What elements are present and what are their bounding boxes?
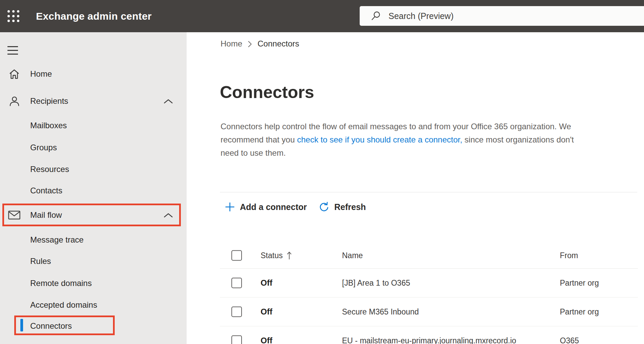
sidebar-item-label: Accepted domains bbox=[30, 300, 97, 310]
main-content: Home Connectors Connectors Connectors he… bbox=[187, 32, 644, 344]
person-icon bbox=[8, 96, 20, 107]
home-icon bbox=[8, 69, 20, 80]
cell-from: Partner org bbox=[560, 279, 599, 288]
sidebar-nav: Home Recipients Mailboxes Groups Reso bbox=[0, 32, 187, 344]
sidebar-item-resources[interactable]: Resources bbox=[0, 158, 187, 180]
refresh-icon bbox=[318, 201, 329, 213]
sidebar-item-label: Mailboxes bbox=[30, 121, 67, 130]
cell-status: Off bbox=[261, 336, 272, 344]
table-row[interactable]: Off [JB] Area 1 to O365 Partner org bbox=[220, 269, 638, 298]
row-checkbox[interactable] bbox=[231, 307, 242, 317]
breadcrumb-home-link[interactable]: Home bbox=[221, 39, 242, 49]
envelope-icon bbox=[8, 210, 20, 220]
refresh-button[interactable]: Refresh bbox=[318, 201, 366, 213]
description-text: need to use them. bbox=[221, 148, 286, 157]
cell-name: Secure M365 Inbound bbox=[342, 307, 419, 317]
column-header-name[interactable]: Name bbox=[342, 251, 363, 260]
sidebar-item-label: Remote domains bbox=[30, 279, 92, 288]
sidebar-item-rules[interactable]: Rules bbox=[0, 250, 187, 272]
table-header-row: Status Name From bbox=[220, 243, 638, 269]
search-box[interactable] bbox=[360, 6, 644, 26]
sidebar-item-contacts[interactable]: Contacts bbox=[0, 180, 187, 202]
breadcrumb: Home Connectors bbox=[221, 39, 299, 49]
exchange-admin-center-window: Exchange admin center Home bbox=[0, 0, 644, 344]
table-row[interactable]: Off Secure M365 Inbound Partner org bbox=[220, 298, 638, 326]
sidebar-item-label: Recipients bbox=[30, 96, 68, 106]
sidebar-item-label: Connectors bbox=[30, 321, 72, 331]
plus-icon bbox=[225, 201, 235, 213]
top-app-bar: Exchange admin center bbox=[0, 0, 644, 32]
description-text: since most organizations don't bbox=[462, 135, 574, 144]
add-connector-button[interactable]: Add a connector bbox=[225, 201, 307, 213]
column-header-from[interactable]: From bbox=[560, 251, 578, 260]
cell-name: [JB] Area 1 to O365 bbox=[342, 279, 410, 288]
cell-name: EU - mailstream-eu-primary.journaling.mx… bbox=[342, 336, 516, 344]
search-icon bbox=[371, 11, 381, 21]
cell-from: O365 bbox=[560, 336, 579, 344]
sidebar-item-mail-flow[interactable]: Mail flow bbox=[0, 204, 187, 226]
sidebar-item-mailboxes[interactable]: Mailboxes bbox=[0, 115, 187, 136]
toolbar: Add a connector Refresh bbox=[225, 199, 366, 215]
app-launcher-icon bbox=[7, 10, 22, 22]
breadcrumb-current: Connectors bbox=[258, 39, 299, 49]
sidebar-item-recipients[interactable]: Recipients bbox=[0, 90, 187, 112]
row-checkbox[interactable] bbox=[231, 278, 242, 288]
search-input[interactable] bbox=[389, 11, 644, 21]
sidebar-item-label: Groups bbox=[30, 143, 57, 152]
cell-from: Partner org bbox=[560, 307, 599, 317]
refresh-label: Refresh bbox=[334, 202, 366, 212]
page-description: Connectors help control the flow of emai… bbox=[221, 120, 644, 159]
sidebar-item-connectors[interactable]: Connectors bbox=[0, 315, 187, 337]
sidebar-item-accepted-domains[interactable]: Accepted domains bbox=[0, 294, 187, 316]
hamburger-icon bbox=[7, 50, 18, 51]
sidebar-item-groups[interactable]: Groups bbox=[0, 137, 187, 158]
sidebar-item-label: Mail flow bbox=[30, 210, 62, 220]
cell-status: Off bbox=[261, 278, 272, 288]
sidebar-item-home[interactable]: Home bbox=[0, 63, 187, 85]
description-text: Connectors help control the flow of emai… bbox=[221, 122, 571, 131]
hamburger-menu-button[interactable] bbox=[7, 41, 18, 51]
create-connector-check-link[interactable]: check to see if you should create a conn… bbox=[297, 135, 462, 144]
column-header-status[interactable]: Status bbox=[261, 251, 292, 260]
chevron-right-icon bbox=[248, 40, 252, 48]
sidebar-item-label: Home bbox=[30, 69, 52, 79]
table-row[interactable]: Off EU - mailstream-eu-primary.journalin… bbox=[220, 326, 638, 344]
column-header-label: Status bbox=[261, 251, 283, 260]
toolbar-divider bbox=[220, 192, 637, 192]
app-launcher-button[interactable] bbox=[7, 9, 22, 23]
description-text: recommend that you bbox=[221, 135, 297, 144]
cell-status: Off bbox=[261, 307, 272, 317]
chevron-up-icon[interactable] bbox=[164, 99, 173, 104]
sidebar-item-message-trace[interactable]: Message trace bbox=[0, 229, 187, 251]
active-item-indicator bbox=[20, 319, 23, 331]
row-checkbox[interactable] bbox=[231, 336, 242, 344]
chevron-up-icon[interactable] bbox=[164, 213, 173, 218]
app-title: Exchange admin center bbox=[36, 0, 152, 32]
sort-ascending-icon[interactable] bbox=[287, 251, 292, 260]
sidebar-item-remote-domains[interactable]: Remote domains bbox=[0, 272, 187, 294]
sidebar-item-label: Contacts bbox=[30, 186, 62, 195]
select-all-checkbox[interactable] bbox=[231, 250, 242, 261]
sidebar-item-label: Resources bbox=[30, 165, 69, 174]
sidebar-item-label: Message trace bbox=[30, 235, 83, 245]
page-title: Connectors bbox=[220, 82, 314, 102]
add-connector-label: Add a connector bbox=[240, 202, 307, 212]
sidebar-item-label: Rules bbox=[30, 256, 51, 266]
